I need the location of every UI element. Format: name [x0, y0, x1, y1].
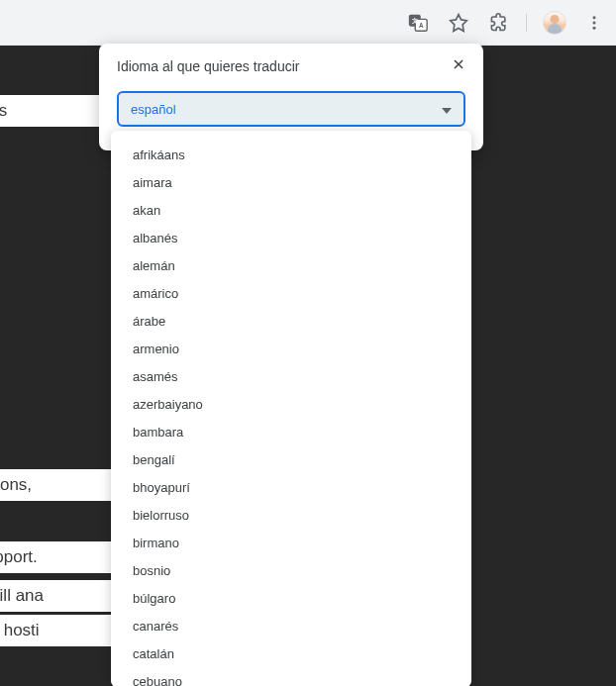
bg-text-fragment: pe of options,: [0, 469, 120, 501]
bg-text-fragment: sh. We will ana: [0, 580, 129, 612]
language-option[interactable]: afrikáans: [111, 141, 471, 168]
language-option[interactable]: bosnio: [111, 556, 471, 584]
language-option[interactable]: árabe: [111, 307, 471, 335]
language-option[interactable]: bhoyapurí: [111, 473, 471, 501]
language-option[interactable]: asamés: [111, 362, 471, 390]
profile-avatar[interactable]: [543, 11, 566, 35]
kebab-menu-icon[interactable]: [582, 11, 606, 35]
translate-icon[interactable]: 文 A: [405, 10, 431, 36]
close-icon[interactable]: [452, 57, 465, 75]
language-option[interactable]: amárico: [111, 279, 471, 307]
target-language-select[interactable]: español: [117, 91, 465, 127]
language-option[interactable]: bambara: [111, 418, 471, 445]
language-option[interactable]: bengalí: [111, 445, 471, 473]
bg-text-fragment: s and support.: [0, 541, 125, 573]
language-option[interactable]: armenio: [111, 335, 471, 362]
svg-point-4: [593, 16, 596, 19]
popup-header: Idioma al que quieres traducir: [99, 44, 483, 81]
language-option[interactable]: alemán: [111, 251, 471, 279]
svg-text:A: A: [419, 22, 424, 29]
svg-point-6: [593, 26, 596, 29]
language-option[interactable]: albanés: [111, 224, 471, 251]
language-option[interactable]: akan: [111, 196, 471, 224]
language-option[interactable]: azerbaiyano: [111, 390, 471, 418]
language-option[interactable]: búlgaro: [111, 584, 471, 612]
extensions-icon[interactable]: [486, 11, 510, 35]
language-dropdown-list[interactable]: afrikáans aimara akan albanés alemán amá…: [111, 131, 471, 686]
browser-toolbar: 文 A: [0, 0, 616, 46]
popup-title: Idioma al que quieres traducir: [117, 58, 299, 74]
language-option[interactable]: cebuano: [111, 667, 471, 686]
language-option[interactable]: canarés: [111, 612, 471, 639]
language-option[interactable]: aimara: [111, 168, 471, 196]
toolbar-separator: [526, 14, 527, 32]
bookmark-star-icon[interactable]: [447, 11, 470, 35]
chevron-down-icon: [442, 100, 452, 118]
language-option[interactable]: birmano: [111, 529, 471, 556]
language-option[interactable]: catalán: [111, 639, 471, 667]
svg-point-5: [593, 21, 596, 24]
selected-language-label: español: [131, 102, 176, 117]
svg-text:文: 文: [411, 17, 418, 24]
language-option[interactable]: bielorruso: [111, 501, 471, 529]
